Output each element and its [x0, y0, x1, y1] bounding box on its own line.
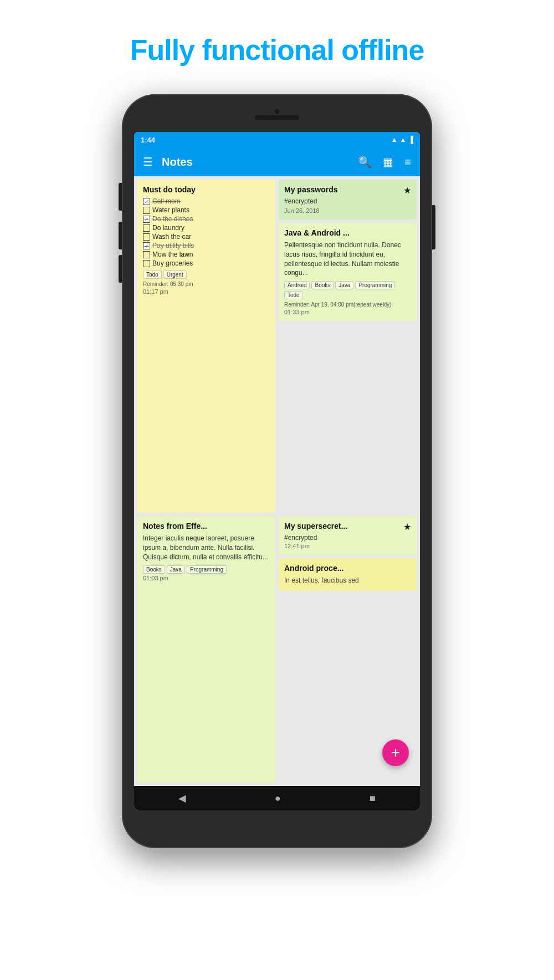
tag[interactable]: Todo [143, 270, 162, 279]
tag[interactable]: Books [311, 281, 334, 289]
tag[interactable]: Urgent [163, 270, 187, 279]
tag[interactable]: Android [284, 281, 310, 289]
note-title: Must do today [143, 185, 270, 194]
check-item: Wash the car [143, 233, 270, 241]
note-body: Integer iaculis neque laoreet, posuere i… [143, 534, 270, 562]
tag[interactable]: Programming [355, 281, 395, 289]
note-body: Pellentesque non tincidunt nulla. Donec … [284, 241, 411, 278]
checkbox-checked: ✓ [143, 242, 150, 249]
checkbox-checked: ✓ [143, 198, 150, 205]
check-item: ✓ Call mom [143, 197, 270, 205]
app-title: Notes [162, 156, 349, 169]
note-subtitle: #encrypted [284, 534, 411, 542]
wifi-icon: ▲ [391, 136, 398, 144]
check-item: Water plants [143, 206, 270, 214]
recent-button[interactable]: ■ [370, 793, 376, 804]
tag[interactable]: Java [167, 565, 185, 574]
checkbox [143, 260, 150, 267]
check-item: Do laundry [143, 224, 270, 232]
note-time: 01:17 pm [143, 288, 270, 295]
status-bar: 1:44 ▲ ▲ ▐ [134, 132, 420, 147]
tags: Android Books Java Programming Todo [284, 281, 411, 299]
checkbox-checked: ✓ [143, 216, 150, 223]
view-icon[interactable]: ▦ [381, 153, 396, 171]
check-item: ✓ Do the dishes [143, 215, 270, 223]
home-button[interactable]: ● [275, 793, 281, 804]
signal-icon: ▲ [400, 136, 407, 144]
menu-icon[interactable]: ☰ [141, 153, 155, 171]
status-icons: ▲ ▲ ▐ [391, 136, 413, 144]
bottom-nav: ◀ ● ■ [134, 786, 420, 810]
phone-mockup: 1:44 ▲ ▲ ▐ ☰ Notes 🔍 ▦ ≡ Must do today ✓… [122, 94, 432, 848]
note-date: Jun 26, 2018 [284, 207, 411, 214]
note-header: My passwords ★ [284, 185, 411, 197]
note-title: My supersecret... [284, 522, 347, 530]
note-time: 12:41 pm [284, 543, 411, 549]
star-icon: ★ [403, 522, 411, 532]
reminder: Reminder: Apr 19, 04:00 pm(repeat weekly… [284, 302, 411, 308]
note-header: My supersecret... ★ [284, 522, 411, 534]
tag[interactable]: Java [335, 281, 353, 289]
search-icon[interactable]: 🔍 [356, 153, 374, 171]
note-time: 01:33 pm [284, 309, 411, 315]
checkbox [143, 233, 150, 241]
back-button[interactable]: ◀ [178, 792, 186, 804]
checkbox [143, 207, 150, 214]
check-item: ✓ Pay utility bills [143, 242, 270, 249]
note-my-supersecret[interactable]: My supersecret... ★ #encrypted 12:41 pm [279, 516, 417, 555]
note-subtitle: #encrypted [284, 197, 411, 205]
phone-camera [273, 108, 281, 115]
note-title: Android proce... [284, 564, 411, 573]
checkbox [143, 251, 150, 258]
note-must-do-today[interactable]: Must do today ✓ Call mom Water plants ✓ … [137, 180, 275, 513]
reminder: Reminder: 05:30 pm [143, 281, 270, 287]
sort-icon[interactable]: ≡ [402, 154, 413, 171]
battery-icon: ▐ [408, 136, 413, 144]
notes-grid: Must do today ✓ Call mom Water plants ✓ … [134, 176, 420, 786]
tag[interactable]: Books [143, 565, 165, 574]
tag[interactable]: Todo [284, 291, 303, 299]
note-my-passwords[interactable]: My passwords ★ #encrypted Jun 26, 2018 [279, 180, 417, 220]
note-android-proce[interactable]: Android proce... In est tellus, faucibus… [279, 558, 417, 591]
note-body: In est tellus, faucibus sed [284, 576, 411, 585]
check-item: Buy groceries [143, 259, 270, 267]
check-item: Mow the lawn [143, 251, 270, 258]
fab-button[interactable]: + [382, 739, 409, 766]
note-notes-from-effe[interactable]: Notes from Effe... Integer iaculis neque… [137, 516, 275, 783]
note-time: 01:03 pm [143, 575, 270, 581]
status-time: 1:44 [141, 136, 155, 144]
note-title: Notes from Effe... [143, 522, 270, 530]
checkbox [143, 224, 150, 232]
note-title: Java & Android ... [284, 228, 411, 237]
page-headline: Fully functional offline [108, 0, 447, 94]
tags: Books Java Programming [143, 565, 270, 574]
note-java-android[interactable]: Java & Android ... Pellentesque non tinc… [279, 223, 417, 321]
tags: Todo Urgent [143, 270, 270, 279]
star-icon: ★ [403, 185, 411, 196]
note-title: My passwords [284, 185, 337, 194]
phone-screen: 1:44 ▲ ▲ ▐ ☰ Notes 🔍 ▦ ≡ Must do today ✓… [134, 132, 420, 810]
tag[interactable]: Programming [187, 565, 227, 574]
app-bar: ☰ Notes 🔍 ▦ ≡ [134, 147, 420, 176]
phone-speaker [255, 115, 299, 120]
